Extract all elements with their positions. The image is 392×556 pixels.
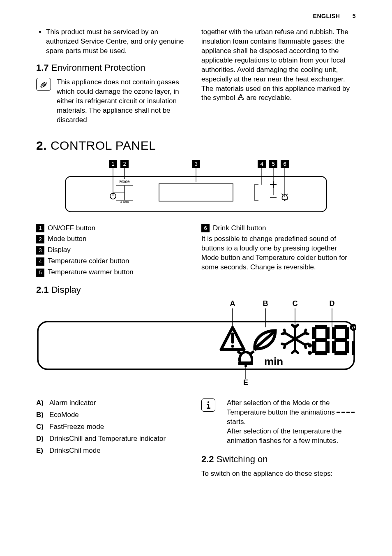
diag-num-1: 1	[111, 161, 114, 167]
svg-line-26	[281, 194, 284, 195]
svg-rect-43	[315, 338, 327, 342]
svg-point-63	[208, 401, 209, 403]
legend-C: C)FastFreeze mode	[36, 422, 191, 432]
environment-text-right: together with the urban refuse and rubbi…	[201, 28, 356, 104]
letter-A: A	[230, 300, 235, 308]
heading-2: 2. CONTROL PANEL	[36, 137, 356, 154]
callout-1: 1ON/OFF button	[36, 224, 191, 233]
env-right-a: together with the urban refuse and rubbi…	[201, 28, 350, 102]
bullet-list: This product must be serviced by an auth…	[36, 28, 191, 56]
svg-rect-45	[312, 327, 316, 339]
svg-line-27	[286, 194, 288, 195]
switching-on-para: To switch on the appliance do these step…	[201, 469, 356, 479]
svg-rect-49	[334, 325, 347, 329]
letter-D: D	[330, 300, 335, 308]
svg-rect-42	[315, 325, 327, 329]
display-legend: A)Alarm indicator B)EcoMode C)FastFreeze…	[36, 398, 191, 456]
svg-point-60	[244, 365, 247, 367]
bottom-columns: A)Alarm indicator B)EcoMode C)FastFreeze…	[36, 398, 356, 479]
svg-line-37	[256, 332, 274, 347]
alarm-icon	[221, 327, 244, 350]
env-right-b: are recyclable.	[247, 94, 292, 102]
svg-rect-19	[159, 184, 233, 201]
diag-num-4: 4	[260, 161, 263, 167]
bottom-right: After selection of the Mode or the Tempe…	[201, 398, 356, 479]
svg-rect-69	[346, 412, 350, 413]
svg-rect-50	[334, 338, 347, 342]
top-right-column: together with the urban refuse and rubbi…	[201, 28, 356, 125]
letter-B: B	[263, 300, 268, 308]
svg-rect-48	[325, 341, 330, 353]
callouts-left: 1ON/OFF button 2Mode button 3Display 4Te…	[36, 224, 191, 279]
heading-2-2-text: Switching on	[217, 454, 268, 464]
svg-point-28	[284, 199, 286, 201]
svg-rect-47	[325, 327, 330, 339]
heading-1-7-text: Environment Protection	[51, 63, 145, 73]
legend-E: E)DrinksChil mode	[36, 446, 191, 456]
heading-2-text: CONTROL PANEL	[51, 139, 156, 152]
svg-point-59	[308, 351, 312, 355]
environment-text-left: This appliance does not contain gasses w…	[57, 78, 191, 125]
top-columns: This product must be serviced by an auth…	[36, 28, 356, 125]
svg-line-61	[238, 351, 241, 354]
info-text: After selection of the Mode or the Tempe…	[227, 398, 356, 446]
bottom-left: A)Alarm indicator B)EcoMode C)FastFreeze…	[36, 398, 191, 479]
diag-num-5: 5	[272, 161, 274, 167]
diag-mode-label: Mode	[119, 179, 129, 184]
min-label: min	[264, 355, 283, 368]
heading-1-7-num: 1.7	[36, 63, 49, 73]
page-header: ENGLISH 5	[36, 12, 356, 20]
svg-rect-54	[345, 327, 349, 339]
callout-6: 6Drink Chill button	[201, 224, 356, 233]
callout-2: 2Mode button	[36, 234, 191, 244]
svg-rect-67	[337, 412, 340, 413]
top-left-column: This product must be serviced by an auth…	[36, 28, 191, 125]
header-page-number: 5	[353, 13, 356, 19]
svg-rect-52	[332, 327, 336, 339]
heading-2-num: 2.	[36, 139, 47, 152]
display-diagram: A B C D E	[36, 300, 356, 389]
callout-5: 5Temperature warmer button	[36, 268, 191, 277]
svg-rect-53	[332, 341, 336, 353]
letter-C: C	[293, 300, 298, 308]
header-language: ENGLISH	[313, 13, 340, 19]
heading-2-1-text: Display	[51, 285, 81, 295]
callouts-right: 6Drink Chill button It is possible to ch…	[201, 224, 356, 279]
drink-chill-icon	[281, 194, 288, 201]
letter-E: E	[243, 378, 248, 387]
diag-num-3: 3	[194, 161, 197, 167]
control-panel-diagram: 1 2 3 4 5 6 Mode	[65, 160, 327, 216]
recycle-icon	[237, 94, 244, 104]
info-c: After selection of the temperature the a…	[227, 427, 342, 445]
svg-rect-68	[341, 412, 345, 413]
diag-num-6: 6	[283, 161, 286, 167]
legend-B: B)EcoMode	[36, 410, 191, 420]
seven-segment-display	[312, 325, 356, 355]
svg-rect-51	[334, 351, 347, 355]
legend-D: D)DrinksChill and Temperature indicator	[36, 434, 191, 444]
svg-line-62	[251, 351, 254, 354]
dash-animation-icon	[337, 408, 355, 417]
info-a: After selection of the Mode or the Tempe…	[227, 399, 337, 416]
heading-1-7: 1.7 Environment Protection	[36, 62, 191, 74]
svg-rect-70	[351, 412, 355, 413]
info-b: starts.	[227, 418, 246, 426]
heading-2-2-num: 2.2	[201, 454, 214, 464]
svg-rect-46	[312, 341, 316, 353]
info-note: After selection of the Mode or the Tempe…	[201, 398, 356, 446]
callouts-columns: 1ON/OFF button 2Mode button 3Display 4Te…	[36, 224, 356, 279]
callout-3: 3Display	[36, 246, 191, 255]
svg-rect-34	[38, 322, 354, 369]
heading-2-1-num: 2.1	[36, 285, 49, 295]
sound-change-note: It is possible to change predefined soun…	[201, 234, 356, 272]
svg-point-36	[231, 345, 234, 348]
svg-rect-55	[345, 341, 349, 353]
heading-2-1: 2.1 Display	[36, 284, 356, 296]
leaf-icon	[36, 78, 51, 91]
svg-point-58	[308, 343, 312, 348]
info-icon	[201, 398, 215, 412]
svg-rect-66	[207, 408, 210, 409]
svg-rect-57	[352, 341, 355, 355]
snowflake-icon	[282, 325, 308, 353]
legend-A: A)Alarm indicator	[36, 398, 191, 408]
